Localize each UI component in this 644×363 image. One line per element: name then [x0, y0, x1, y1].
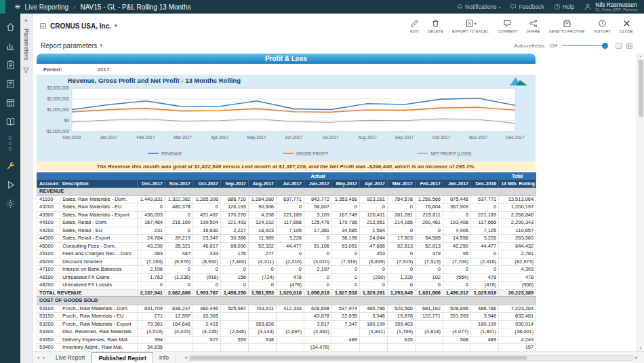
value-cell: 52,813	[388, 242, 416, 250]
account-no-cell[interactable]: 53300	[37, 328, 60, 337]
table-row[interactable]: 53300Disc. Received, Raw Materials(3,519…	[37, 328, 536, 337]
table-row[interactable]: 44200Sales, Retail - EU231016,6302,22718…	[37, 227, 536, 235]
notifications-button[interactable]: Notifications ▾	[456, 3, 500, 10]
sidebar-item-live-reports[interactable]	[0, 79, 20, 89]
sidebar-item-tasks[interactable]	[0, 60, 20, 70]
checklist-icon[interactable]	[611, 42, 622, 50]
svg-text:GROSS PROFIT: GROSS PROFIT	[296, 151, 329, 156]
value-cell	[221, 320, 249, 328]
company-selector[interactable]: CRONUS USA, Inc. ▾	[39, 22, 117, 30]
vertical-scrollbar[interactable]: ▴ ▾	[637, 53, 644, 351]
table-row[interactable]: 44300Sales, Retail - Export24,78439,2192…	[37, 235, 536, 243]
account-no-cell[interactable]: 53100	[37, 305, 60, 313]
slider-knob[interactable]	[602, 43, 608, 49]
account-no-cell[interactable]: 53350	[37, 336, 60, 344]
scroll-up-icon[interactable]: ▴	[640, 53, 642, 59]
send-to-archive-button[interactable]: SEND TO ARCHIVE	[549, 19, 585, 33]
sidebar-item-data-tables[interactable]	[0, 98, 20, 108]
table-row[interactable]: 44100Sales, Retail - Dom.167,464216,1091…	[37, 219, 536, 227]
report-parameters-toggle[interactable]: Report parameters ▾	[41, 42, 102, 50]
table-row[interactable]: 48200Unrealized FX Losses00000(478)00000…	[37, 282, 536, 290]
delete-button[interactable]: DELETE	[428, 19, 443, 33]
sidebar-item-tools[interactable]	[0, 161, 20, 171]
column-header: Jul-2017	[277, 180, 304, 188]
account-no-cell[interactable]: 48100	[37, 273, 60, 282]
table-row[interactable]: 47100Interest on Bank Balances2,19600000…	[37, 266, 536, 274]
table-row[interactable]: 45200Discount Granted(7,163)(9,976)(8,93…	[37, 258, 536, 266]
tab-scroll-right-icon[interactable]: ►	[42, 356, 46, 360]
scroll-down-icon[interactable]: ▾	[640, 345, 642, 351]
value-cell: (38,001)	[499, 328, 536, 337]
parameters-panel-label[interactable]: Parameters	[23, 28, 30, 60]
table-row[interactable]: 43200Sales, Raw Materials - EU0480,37801…	[37, 204, 536, 212]
value-cell: 3,946	[360, 313, 388, 321]
sidebar-item-player[interactable]	[0, 180, 20, 190]
account-no-cell[interactable]: 41100	[37, 195, 60, 204]
tab-published-report[interactable]: Published Report	[92, 352, 153, 363]
sidebar-item-home[interactable]	[0, 22, 20, 32]
account-no-cell[interactable]: 44100	[37, 219, 60, 227]
account-no-cell[interactable]: 44200	[37, 227, 60, 235]
description-cell: Unrealized FX Losses	[60, 282, 138, 290]
account-no-cell[interactable]: 53200	[37, 320, 60, 328]
account-no-cell[interactable]: 43300	[37, 211, 60, 219]
tab-info[interactable]: Info	[153, 352, 176, 363]
value-cell: 628,608	[304, 305, 332, 313]
hscroll-track[interactable]	[189, 355, 633, 361]
table-row[interactable]: 53100Purch., Raw Materials - Dom.631,709…	[37, 305, 536, 313]
comment-button[interactable]: COMMENT	[498, 19, 518, 33]
table-row[interactable]: 43300Sales, Raw Materials - Export436,05…	[37, 211, 536, 219]
sidebar-item-documents[interactable]	[0, 117, 20, 127]
close-icon	[622, 19, 631, 28]
account-no-cell[interactable]: 48200	[37, 282, 60, 290]
scroll-right-icon[interactable]: ►	[633, 356, 640, 360]
grid-view-icon[interactable]	[622, 42, 633, 50]
account-no-cell[interactable]: 44300	[37, 235, 60, 243]
auto-refresh-slider[interactable]	[562, 45, 607, 46]
account-no-cell[interactable]: 45000	[37, 242, 60, 250]
menu-icon[interactable]: ≡	[15, 0, 20, 14]
expand-panel-icon[interactable]: »	[24, 17, 28, 24]
edit-button[interactable]: EDIT	[410, 19, 419, 33]
account-no-cell[interactable]: 43200	[37, 204, 60, 212]
table-row[interactable]: 45100Fees and Charges Rec. - Dom.4834874…	[37, 250, 536, 259]
vscroll-thumb[interactable]	[639, 60, 643, 117]
account-no-cell[interactable]: 45200	[37, 258, 60, 266]
table-row[interactable]: 48100Unrealized FX Gains1,763(1,236)(916…	[37, 273, 536, 282]
account-no-cell[interactable]: 45100	[37, 250, 60, 259]
tab-live-report[interactable]: Live Report	[49, 352, 92, 363]
app-name[interactable]: Live Reporting	[25, 3, 68, 11]
period-value[interactable]: 2017	[98, 66, 110, 73]
hscroll-thumb[interactable]	[190, 356, 527, 360]
table-row[interactable]: 41100Sales, Raw Materials - Dom.1,449,83…	[37, 195, 536, 204]
value-cell: 0	[388, 227, 416, 235]
value-cell: 10,365	[193, 313, 221, 321]
table-row[interactable]: 53200Purch., Raw Materials - Export79,36…	[37, 320, 536, 328]
feedback-button[interactable]: Feedback	[510, 3, 544, 10]
tab-scroll-left-icon[interactable]: ◄	[36, 356, 40, 360]
table-row[interactable]: 53150Purch., Raw Materials - EU27112,557…	[37, 313, 536, 321]
description-cell: Purch., Raw Materials - Dom.	[60, 305, 138, 313]
table-row[interactable]: 53350Delivery Expenses, Raw Mat.39457755…	[37, 336, 536, 344]
value-cell: 1,353,468	[332, 195, 360, 204]
value-cell: 0	[165, 227, 193, 235]
table-row[interactable]: 53400Inventory Adjmt., Raw Mat.34,635(34…	[37, 344, 536, 352]
help-button[interactable]: ? Help	[554, 3, 574, 10]
account-no-cell[interactable]: 53400	[37, 344, 60, 352]
value-cell: 117,666	[471, 219, 499, 227]
value-cell: 0	[221, 282, 249, 290]
user-menu[interactable]: Nils Rasmussen 21_Hrsko_ERP_Rolrorso	[584, 2, 637, 12]
account-no-cell[interactable]: 47100	[37, 266, 60, 274]
account-no-cell[interactable]: 53150	[37, 313, 60, 321]
horizontal-scrollbar[interactable]: ◄ ►	[182, 354, 640, 361]
sidebar-item-settings[interactable]	[0, 199, 20, 209]
history-button[interactable]: HISTORY	[594, 19, 611, 33]
svg-text:Mar-2017: Mar-2017	[174, 135, 192, 140]
filter-funnel-icon[interactable]	[22, 66, 30, 74]
share-button[interactable]: SHARE	[527, 19, 540, 33]
close-button[interactable]: CLOSE	[620, 19, 633, 33]
sidebar-item-analytics[interactable]	[0, 41, 20, 51]
table-row[interactable]: 45000Consulting Fees - Dom.43,23035,3214…	[37, 242, 536, 250]
export-to-excel-button[interactable]: ▾EXPORT TO EXCEL	[452, 19, 489, 33]
scroll-left-icon[interactable]: ◄	[182, 356, 189, 360]
